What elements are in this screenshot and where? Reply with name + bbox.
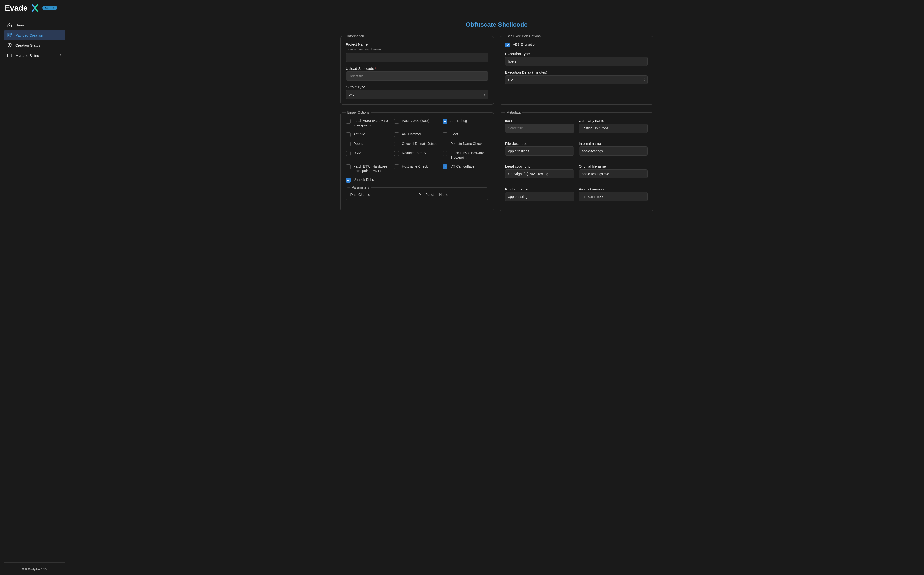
output-type-select[interactable]: exe ▴▾ (346, 90, 488, 99)
execution-delay-input[interactable] (505, 75, 648, 84)
original-filename-input[interactable] (579, 169, 648, 178)
svg-point-0 (10, 25, 10, 26)
binary-option-checkbox[interactable] (394, 119, 399, 124)
binary-option-label: Anti Debug (450, 119, 467, 123)
binary-option-checkbox[interactable] (443, 151, 448, 156)
delay-step-down[interactable]: ▼ (642, 80, 646, 82)
binary-option-row: Check if Domain Joined (394, 141, 440, 146)
alpha-badge: ALPHA (42, 6, 57, 10)
project-name-input[interactable] (346, 53, 488, 62)
metadata-fieldset: Metadata Icon Select file Company name F… (500, 110, 653, 211)
binary-option-checkbox[interactable] (443, 132, 448, 137)
binary-option-label: Patch ETW (Hardware Breakpoint) (450, 151, 488, 160)
dll-func-label: DLL Function Name (419, 193, 484, 197)
binary-option-label: Patch AMSI (Hardware Breakpoint) (354, 119, 391, 128)
binary-option-row: Patch ETW (Hardware Breakpoint) (443, 151, 488, 160)
binary-option-checkbox[interactable] (394, 132, 399, 137)
binary-option-label: IAT Camouflage (450, 164, 475, 169)
sidebar-item-manage-billing[interactable]: Manage Billing (4, 50, 65, 60)
icon-file-input[interactable]: Select file (505, 124, 574, 133)
project-name-label: Project Name (346, 42, 488, 46)
information-fieldset: Information Project Name Enter a meaning… (340, 34, 494, 105)
binary-option-checkbox[interactable] (443, 141, 448, 146)
internal-name-input[interactable] (579, 146, 648, 156)
icon-label: Icon (505, 119, 574, 123)
metadata-legend: Metadata (505, 110, 522, 114)
internal-name-label: Internal name (579, 141, 648, 146)
unhook-dlls-checkbox[interactable] (346, 178, 350, 183)
delay-step-up[interactable]: ▲ (642, 78, 646, 80)
information-legend: Information (346, 34, 366, 38)
sidebar-item-label: Home (15, 23, 25, 27)
page-title: Obfuscate Shellcode (79, 21, 914, 29)
svg-rect-4 (8, 54, 12, 57)
binary-option-checkbox[interactable] (346, 151, 350, 156)
arrow-right-icon (59, 53, 62, 57)
billing-icon (7, 53, 12, 58)
sidebar: Home Payload Creation Creation Status (0, 16, 69, 575)
legal-copyright-input[interactable] (505, 169, 574, 178)
binary-option-checkbox[interactable] (394, 141, 399, 146)
binary-option-checkbox[interactable] (443, 165, 448, 169)
sidebar-item-payload-creation[interactable]: Payload Creation (4, 30, 65, 40)
original-filename-label: Original filename (579, 164, 648, 168)
sidebar-item-label: Payload Creation (15, 33, 43, 37)
sidebar-item-creation-status[interactable]: Creation Status (4, 40, 65, 50)
file-description-input[interactable] (505, 146, 574, 156)
binary-option-checkbox[interactable] (443, 119, 448, 124)
binary-option-checkbox[interactable] (394, 165, 399, 169)
binary-options-fieldset: Binary Options Patch AMSI (Hardware Brea… (340, 110, 494, 211)
sidebar-item-home[interactable]: Home (4, 20, 65, 30)
product-version-input[interactable] (579, 192, 648, 201)
binary-option-checkbox[interactable] (394, 151, 399, 156)
binary-option-row: Patch AMSI (wapi) (394, 119, 440, 128)
select-caret-icon: ▴▾ (644, 60, 645, 63)
company-name-label: Company name (579, 119, 648, 123)
home-icon (7, 22, 12, 27)
binary-option-row: Bloat (443, 132, 488, 137)
date-change-label: Date Change (350, 193, 416, 197)
self-execution-legend: Self Execution Options (505, 34, 542, 38)
version-text: 0.0.0-alpha.115 (4, 562, 65, 571)
binary-option-label: Anti VM (354, 132, 365, 137)
binary-options-legend: Binary Options (346, 110, 371, 114)
upload-shellcode-label: Upload Shellcode * (346, 67, 488, 70)
select-caret-icon: ▴▾ (484, 93, 485, 96)
binary-option-label: Debug (354, 141, 363, 146)
aes-label: AES Encryption (513, 42, 537, 47)
execution-type-label: Execution Type (505, 52, 648, 56)
main-content: Obfuscate Shellcode Information Project … (69, 16, 924, 575)
binary-option-row: Domain Name Check (443, 141, 488, 146)
binary-option-row: IAT Camouflage (443, 164, 488, 173)
product-version-label: Product version (579, 187, 648, 191)
legal-copyright-label: Legal copyright (505, 164, 574, 168)
binary-option-label: DRM (354, 151, 361, 156)
aes-checkbox[interactable] (505, 43, 510, 48)
binary-option-label: API Hammer (402, 132, 421, 137)
sidebar-item-label: Creation Status (15, 43, 40, 48)
binary-option-row: Hostname Check (394, 164, 440, 173)
app-header: Evade ALPHA (0, 0, 924, 16)
parameters-legend: Parameters (350, 186, 371, 189)
project-name-hint: Enter a meaningful name. (346, 48, 488, 51)
execution-type-select[interactable]: fibers ▴▾ (505, 57, 648, 66)
binary-option-row: Patch AMSI (Hardware Breakpoint) (346, 119, 391, 128)
app-logo-icon (30, 3, 40, 13)
upload-shellcode-input[interactable]: Select file (346, 71, 488, 81)
binary-option-checkbox[interactable] (346, 132, 350, 137)
grid-icon (7, 33, 12, 38)
binary-option-checkbox[interactable] (346, 119, 350, 124)
unhook-dlls-label: Unhook DLLs (354, 178, 374, 182)
execution-delay-label: Execution Delay (minutes) (505, 70, 648, 74)
file-description-label: File description (505, 141, 574, 146)
product-name-input[interactable] (505, 192, 574, 201)
company-name-input[interactable] (579, 124, 648, 133)
output-type-label: Output Type (346, 85, 488, 89)
binary-option-checkbox[interactable] (346, 165, 350, 169)
svg-rect-3 (8, 36, 10, 37)
app-logo-text: Evade (5, 3, 27, 13)
self-execution-fieldset: Self Execution Options AES Encryption Ex… (500, 34, 653, 105)
svg-rect-1 (8, 33, 10, 35)
binary-option-row: Patch ETW (Hardware Breakpoint EVNT) (346, 164, 391, 173)
binary-option-checkbox[interactable] (346, 141, 350, 146)
